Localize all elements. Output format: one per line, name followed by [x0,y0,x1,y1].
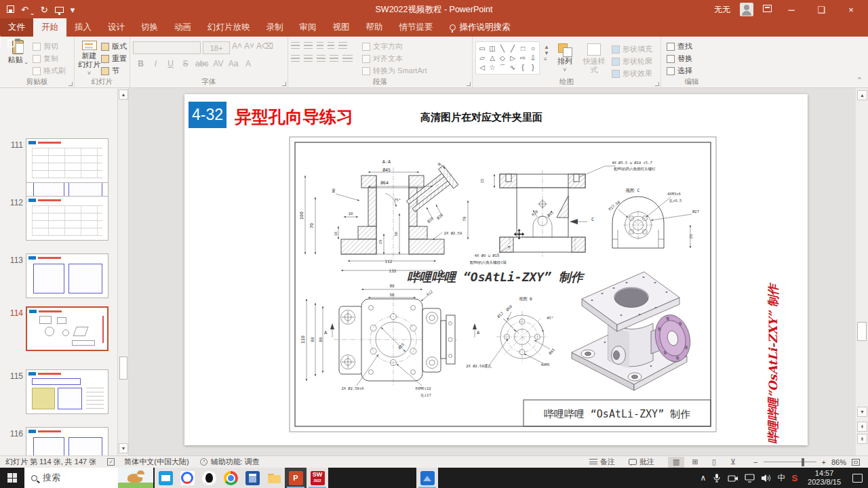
display-icon[interactable] [745,474,755,483]
ribbon-button-形状轮廓[interactable]: 形状轮廓 [612,56,652,66]
zoom-out-icon[interactable]: − [753,458,757,466]
increase-indent-icon[interactable] [328,42,334,49]
ribbon-display-options-icon[interactable] [763,5,772,14]
font-style-button-I[interactable]: I [151,59,161,68]
numbering-icon[interactable] [304,42,313,49]
zoom-in-icon[interactable]: + [822,458,826,466]
shrink-font-icon[interactable]: A˅ [244,41,254,54]
font-style-button-AV[interactable]: AV [213,59,223,68]
slideshow-from-start-icon[interactable] [55,5,64,15]
font-style-button-U[interactable]: U [165,59,176,68]
taskbar-app-netdisk[interactable] [176,468,198,488]
ribbon-tab-设计[interactable]: 设计 [100,18,133,37]
normal-view-icon[interactable]: ▥ [668,457,684,468]
shape-option[interactable]: } [528,63,538,72]
ribbon-button-选择[interactable]: 选择 [667,66,719,76]
notes-button[interactable]: 备注 [589,457,615,467]
sogou-icon[interactable]: S [791,473,797,483]
shape-option[interactable]: { [518,63,528,72]
ribbon-tab-情节提要[interactable]: 情节提要 [391,18,441,37]
quick-styles-button[interactable]: 快速样式 [580,41,608,81]
shape-option[interactable]: ▱ [477,54,487,62]
bullets-icon[interactable] [291,42,300,49]
slide-thumbnail-116[interactable] [26,427,108,455]
save-icon[interactable] [7,5,14,15]
slide-thumbnail-111[interactable] [26,138,108,183]
shape-option[interactable]: ⇨ [518,54,528,62]
shape-option[interactable]: ○ [528,44,538,53]
ribbon-tab-插入[interactable]: 插入 [66,18,100,37]
paragraph-dialog-launcher[interactable] [467,82,471,86]
ribbon-button-文字方向[interactable]: 文字方向 [362,41,427,52]
font-style-button-B[interactable]: B [136,59,146,68]
taskbar-app-sw[interactable]: SW2022 [307,468,328,488]
new-slide-button[interactable]: 新建 幻灯片˅ [77,39,101,78]
shape-option[interactable]: □ [518,44,528,53]
taskbar-app-ppt[interactable] [285,468,307,488]
panel-scroll-down-icon[interactable]: ▼ [119,443,128,453]
slide-thumbnail-115[interactable] [26,369,108,414]
paste-button[interactable]: 粘贴 ˬ [3,39,33,78]
minimize-button[interactable]: ─ [781,5,802,15]
comments-button[interactable]: 批注 [629,457,654,467]
shape-option[interactable]: ◫ [488,44,497,53]
ribbon-button-查找[interactable]: 查找 [667,41,719,52]
decrease-indent-icon[interactable] [317,42,323,49]
shape-option[interactable]: ▭ [477,44,487,53]
line-spacing-icon[interactable] [338,42,347,49]
arrange-button[interactable]: 排列˅ [553,41,576,81]
ribbon-button-复制[interactable]: 复制 [33,54,66,64]
tell-me-search[interactable]: 操作说明搜索 [441,18,519,37]
font-size-combo[interactable]: 18+ [203,41,230,54]
shape-option[interactable]: ◁ [477,63,487,72]
ribbon-tab-审阅[interactable]: 审阅 [292,18,325,37]
shape-option[interactable]: ◇ [498,54,507,62]
shape-gallery[interactable]: ▭◫╲╱□○▱△◇▷⇨⇩◁☆⌒∿{} [475,41,540,75]
clear-format-icon[interactable]: A⌫ [256,41,273,54]
zoom-slider-knob[interactable] [802,458,804,466]
justify-icon[interactable] [330,55,338,62]
accessibility-status[interactable]: 辅助功能: 调查 [211,457,260,467]
customize-qat-icon[interactable]: ▾ [71,5,75,15]
spellcheck-icon[interactable]: ✓ [107,458,115,466]
tray-chevron-icon[interactable]: ∧ [701,473,707,483]
main-scrollbar[interactable]: ▲ ▼ ⇞ ⇟ [856,88,868,455]
ribbon-tab-视图[interactable]: 视图 [325,18,358,37]
action-center-icon[interactable] [852,474,863,483]
font-style-button-Aa[interactable]: Aa [228,59,238,68]
shape-option[interactable]: ╱ [508,44,517,53]
zoom-slider[interactable] [764,462,816,463]
ribbon-button-版式[interactable]: 版式 [101,41,127,52]
camera-icon[interactable] [728,474,738,483]
ribbon-tab-帮助[interactable]: 帮助 [358,18,391,37]
align-left-icon[interactable] [291,55,300,62]
slide-sorter-icon[interactable]: ⊞ [687,457,703,468]
shape-option[interactable]: ⌒ [498,63,507,72]
next-slide-icon[interactable]: ⇟ [857,434,867,444]
panel-scrollbar[interactable]: ▲ ▼ [118,88,129,455]
ribbon-button-重置[interactable]: 重置 [101,54,127,64]
font-style-button-S[interactable]: S [180,59,191,68]
shape-option[interactable]: ☆ [488,63,497,72]
ime-indicator[interactable]: 中 [777,472,785,484]
redo-icon[interactable]: ↻ [41,5,48,15]
clipboard-dialog-launcher[interactable] [68,82,73,86]
volume-icon[interactable] [761,474,771,483]
zoom-level[interactable]: 86% [831,458,846,466]
taskbar-app-photos[interactable] [416,468,438,488]
font-name-combo[interactable] [133,41,201,54]
close-button[interactable]: × [841,5,861,15]
shape-option[interactable]: ∿ [508,63,517,72]
undo-icon[interactable]: ↶ ˬ [21,5,34,15]
scroll-up-icon[interactable]: ▲ [857,90,867,100]
font-style-button-A[interactable]: A [243,59,253,68]
taskbar-search[interactable]: 搜索 [24,468,153,488]
drawing-dialog-launcher[interactable] [655,82,659,86]
ribbon-button-对齐文本[interactable]: 对齐文本 [362,54,427,64]
align-center-icon[interactable] [304,55,313,62]
scroll-thumb[interactable] [857,322,867,341]
taskbar-app-qq[interactable] [198,468,220,488]
ribbon-button-转换为 SmartArt[interactable]: 转换为 SmartArt [362,66,427,76]
ribbon-button-节[interactable]: 节 [101,66,127,76]
reading-view-icon[interactable]: ▯ [706,457,722,468]
